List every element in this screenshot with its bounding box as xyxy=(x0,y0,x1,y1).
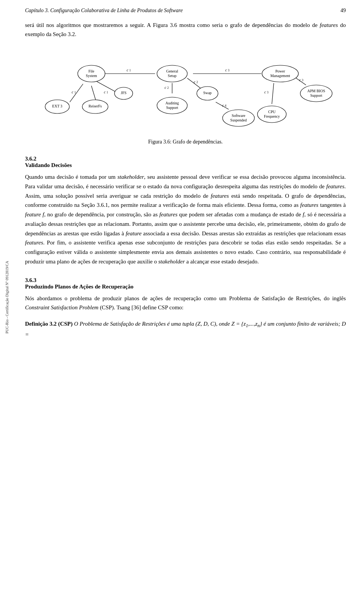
node-auditing-support-label2: Support xyxy=(166,106,178,110)
node-ext3-label: EXT 3 xyxy=(52,104,63,108)
edge-label-c3-apm: c xyxy=(299,78,301,82)
node-apm-bios-support-label2: Support xyxy=(310,93,322,98)
node-apm-bios-support-label1: APM BIOS xyxy=(308,89,325,93)
section-362-paragraph: Quando uma decisão é tomada por um stake… xyxy=(25,172,346,266)
edge-label-c3-pm: c xyxy=(225,68,227,72)
section-363-title: Produzindo Planos de Ações de Recuperaçã… xyxy=(25,284,346,290)
section-362-number: 3.6.2 xyxy=(25,156,346,162)
node-filesystem-label2: System xyxy=(86,74,97,78)
section-362-heading: 3.6.2 Validando Decisões xyxy=(25,156,346,169)
edge-label-c2-auditing: c xyxy=(165,85,166,90)
page: PUC-Rio - Certificação Digital Nº 091281… xyxy=(0,0,364,594)
node-reiserfs-label: ReiserFs xyxy=(89,104,102,108)
edge-label-c3-cpu-sub: 3 xyxy=(267,91,268,94)
definition-block: Definição 3.2 (CSP) O Problema de Satisf… xyxy=(25,319,346,339)
chapter-title: Capítulo 3. Configuração Colaborativa de… xyxy=(25,8,183,14)
node-power-management-label2: Management xyxy=(270,74,290,78)
section-363-number: 3.6.3 xyxy=(25,277,346,284)
section-363-paragraph: Nós abordamos o problema de produzir pla… xyxy=(25,294,346,313)
definition-text: Definição 3.2 (CSP) O Problema de Satisf… xyxy=(25,319,346,339)
edge-label-c2-swap-sub: 2 xyxy=(196,80,198,84)
node-software-suspended-label2: Suspended xyxy=(230,118,246,122)
edge-label-c1-main-sub: 1 xyxy=(129,69,131,72)
node-software-suspended-label1: Software xyxy=(232,113,246,118)
edge-label-c1-fs: c xyxy=(104,90,106,94)
side-label-text: PUC-Rio - Certificação Digital Nº 091281… xyxy=(5,221,9,373)
edge-label-c3-apm-sub: 3 xyxy=(302,79,303,82)
node-filesystem-label1: File xyxy=(88,69,94,73)
page-number: 49 xyxy=(340,8,346,14)
edge-label-c2-swap: c xyxy=(194,80,196,84)
section-362-title: Validando Decisões xyxy=(25,162,346,169)
svg-line-8 xyxy=(272,83,274,104)
intro-paragraph: será útil nos algoritmos que mostraremos… xyxy=(25,20,346,39)
intro-text-content: será útil nos algoritmos que mostraremos… xyxy=(25,22,346,37)
node-cpu-frequency-label2: Frequency xyxy=(264,114,280,118)
edge-label-c3-pm-sub: 3 xyxy=(228,69,229,72)
figure-caption: Figura 3.6: Grafo de dependências. xyxy=(25,139,346,145)
edge-label-c1-ext3: c xyxy=(72,90,74,94)
node-general-setup-label1: General xyxy=(166,69,178,73)
main-content: Capítulo 3. Configuração Colaborativa de… xyxy=(14,0,364,594)
edge-label-c4-sub: 4 xyxy=(225,104,226,107)
figure-container: c 1 c 1 c 1 c 2 c 2 c 3 c 4 xyxy=(25,48,346,145)
node-jfs-label: JFS xyxy=(121,91,126,95)
edge-label-c2-auditing-sub: 2 xyxy=(167,86,169,90)
dependency-graph: c 1 c 1 c 1 c 2 c 2 c 3 c 4 xyxy=(30,48,341,135)
node-swap-label: Swap xyxy=(203,91,212,95)
node-general-setup-label2: Setup xyxy=(168,74,177,78)
edge-label-c4: c xyxy=(222,103,224,107)
edge-label-c1-fs-sub: 1 xyxy=(107,91,108,94)
side-label-container: PUC-Rio - Certificação Digital Nº 091281… xyxy=(0,0,14,594)
section-363-heading: 3.6.3 Produzindo Planos de Ações de Recu… xyxy=(25,277,346,290)
edge-label-c1-ext3-sub: 1 xyxy=(74,91,76,94)
node-auditing-support-label1: Auditing xyxy=(165,101,179,105)
chapter-header: Capítulo 3. Configuração Colaborativa de… xyxy=(25,8,346,14)
edge-label-c1-main: c xyxy=(127,68,129,72)
node-cpu-frequency-label1: CPU xyxy=(268,110,276,114)
edge-label-c3-cpu: c xyxy=(264,90,266,94)
node-power-management-label1: Power xyxy=(275,69,285,73)
definition-title-label: Definição 3.2 (CSP) xyxy=(25,321,73,327)
